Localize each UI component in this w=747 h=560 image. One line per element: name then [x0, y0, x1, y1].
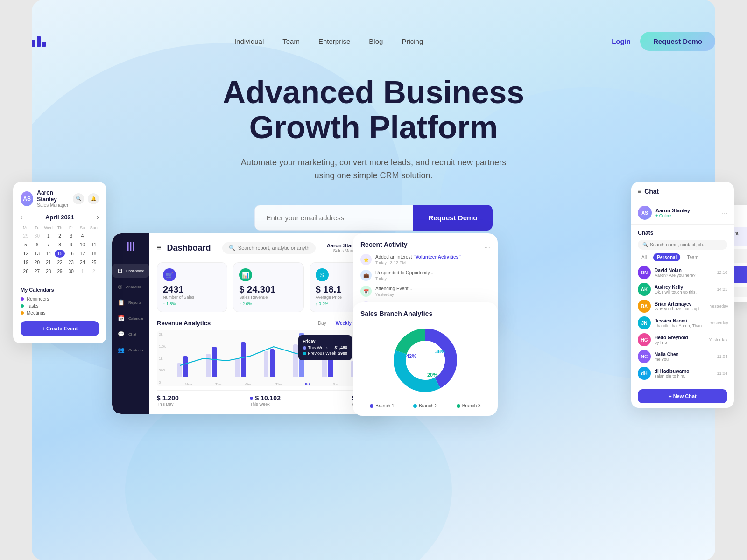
cal-day-1[interactable]: 1	[43, 232, 54, 240]
filter-team[interactable]: Team	[683, 253, 702, 261]
chart-title: Revenue Analytics	[157, 320, 211, 327]
email-input[interactable]	[254, 205, 413, 231]
create-event-button[interactable]: + Create Event	[21, 321, 99, 336]
cal-label-tu: Tu	[32, 224, 42, 231]
bottom-stat-day: $ 1.200 This Day	[157, 394, 179, 406]
sidebar-item-analytics[interactable]: ◎ Analytics	[112, 280, 149, 294]
activity-more-icon[interactable]: ···	[484, 243, 490, 252]
cal-day-13[interactable]: 13	[32, 250, 42, 258]
chart-tab-weekly[interactable]: Weekly	[333, 320, 354, 327]
cal-day-16[interactable]: 16	[66, 250, 76, 258]
cal-day-10[interactable]: 10	[77, 241, 87, 249]
chat-item-nalia[interactable]: NC Nalia Chen me You 11:04	[638, 350, 727, 363]
nav-individual[interactable]: Individual	[234, 37, 264, 45]
cal-day-27[interactable]: 27	[32, 267, 42, 275]
cal-day-4[interactable]: 4	[77, 232, 87, 240]
search-input[interactable]	[238, 245, 309, 251]
chat-user-info: Aaron Stanley + Online	[655, 208, 690, 218]
sidebar-item-chat[interactable]: 💬 Chat	[112, 327, 149, 341]
sidebar-item-reports[interactable]: 📋 Reports	[112, 295, 149, 309]
chat-msg-david: Aaron? Are you here?	[655, 273, 706, 278]
cal-day-30p[interactable]: 30	[32, 232, 42, 240]
calendar-user-info: Aaron Stanley Sales Manager	[37, 189, 69, 208]
cal-day-26[interactable]: 26	[21, 267, 31, 275]
nav-blog[interactable]: Blog	[369, 37, 383, 45]
cal-day-14[interactable]: 14	[43, 250, 54, 258]
chat-name-di: di Hadisuwarno	[655, 369, 713, 374]
sidebar-item-calendar[interactable]: 📅 Calendar	[112, 311, 149, 325]
chart-tab-day[interactable]: Day	[315, 320, 329, 327]
dashboard-stats: 🛒 2431 Number of Sales ↑ 1.8% 📊 $ 24.301…	[157, 262, 380, 312]
cal-day-24[interactable]: 24	[77, 259, 87, 266]
cal-day-9[interactable]: 9	[66, 241, 76, 249]
login-button[interactable]: Login	[612, 37, 631, 45]
chat-search[interactable]: 🔍	[638, 240, 727, 250]
branch-3-legend: Branch 3	[457, 403, 481, 408]
sidebar-dashboard-label: Dashboard	[126, 269, 144, 273]
chat-item-di[interactable]: dH di Hadisuwarno salan ple to him. 11:0…	[638, 367, 727, 380]
cal-day-23[interactable]: 23	[66, 259, 76, 266]
chat-item-hedo[interactable]: HG Hedo Greyhold oy fine Yesterday	[638, 333, 727, 346]
filter-personal[interactable]: Personal	[653, 253, 680, 261]
request-demo-button[interactable]: Request Demo	[640, 32, 715, 51]
cal-day-11[interactable]: 11	[89, 241, 99, 249]
sidebar-item-dashboard[interactable]: ⊞ Dashboard	[112, 264, 149, 278]
cal-day-1n[interactable]: 1	[77, 267, 87, 275]
cal-day-7[interactable]: 7	[43, 241, 54, 249]
calendar-prev-button[interactable]: ‹	[21, 213, 23, 221]
cal-day-2n[interactable]: 2	[89, 267, 99, 275]
cal-day-21[interactable]: 21	[43, 259, 54, 266]
cal-day-8[interactable]: 8	[55, 241, 65, 249]
cal-day-20[interactable]: 20	[32, 259, 42, 266]
cal-day-29p[interactable]: 29	[21, 232, 31, 240]
cal-day-22[interactable]: 22	[55, 259, 65, 266]
cal-day-18[interactable]: 18	[89, 250, 99, 258]
cal-day-empty	[89, 232, 99, 240]
chat-search-input[interactable]	[650, 242, 723, 247]
cal-day-17[interactable]: 17	[77, 250, 87, 258]
cal-day-19[interactable]: 19	[21, 259, 31, 266]
cal-day-5[interactable]: 5	[21, 241, 31, 249]
bar-mon	[177, 356, 202, 377]
cal-day-30[interactable]: 30	[66, 267, 76, 275]
page-title: Dashboard	[167, 243, 211, 253]
revenue-label: Sales Revenue	[239, 295, 297, 300]
nav-team[interactable]: Team	[282, 37, 300, 45]
cal-label-th: Th	[55, 224, 65, 231]
dashboard-search[interactable]: 🔍	[222, 242, 316, 254]
calendar-next-button[interactable]: ›	[97, 213, 99, 221]
cal-day-29[interactable]: 29	[55, 267, 65, 275]
chat-item-david[interactable]: DN David Nolan Aaron? Are you here? 12:1…	[638, 266, 727, 279]
filter-all[interactable]: All	[638, 253, 650, 261]
hero-title: Advanced Business Growth Platform	[0, 75, 747, 145]
hero-cta-button[interactable]: Request Demo	[413, 205, 492, 231]
cal-day-6[interactable]: 6	[32, 241, 42, 249]
chat-title: Chat	[644, 188, 659, 195]
activity-time-2: Yesterday	[375, 292, 412, 297]
chat-menu-icon[interactable]: ≡	[638, 188, 641, 195]
nav-enterprise[interactable]: Enterprise	[318, 37, 350, 45]
chat-item-audrey[interactable]: AK Audrey Kelly Ok, I will touch up this…	[638, 283, 727, 296]
nav-links: Individual Team Enterprise Blog Pricing	[234, 37, 423, 45]
chat-user-section: AS Aaron Stanley + Online ···	[631, 201, 734, 225]
cal-day-2[interactable]: 2	[55, 232, 65, 240]
calendar-icons: 🔍 🔔	[73, 193, 99, 204]
nav-pricing[interactable]: Pricing	[402, 37, 423, 45]
chat-item-brian[interactable]: BA Brian Artemayev Why you have that stu…	[638, 300, 727, 313]
menu-icon[interactable]: ≡	[157, 244, 161, 252]
sidebar-item-contacts[interactable]: 👥 Contacts	[112, 343, 149, 357]
calendar-search-icon[interactable]: 🔍	[73, 193, 84, 204]
cal-day-12[interactable]: 12	[21, 250, 31, 258]
cal-day-3[interactable]: 3	[66, 232, 76, 240]
cal-day-15-today[interactable]: 15	[55, 250, 65, 258]
cal-day-25[interactable]: 25	[89, 259, 99, 266]
new-chat-button[interactable]: + New Chat	[638, 389, 727, 403]
sales-label: Number of Sales	[163, 295, 221, 300]
chat-item-jessica[interactable]: JN Jessica Naomi I handle that Aaron, Th…	[638, 316, 727, 329]
revenue-chart-section: Revenue Analytics Day Weekly Monthly 2k …	[157, 320, 380, 406]
chat-more-icon[interactable]: ···	[722, 209, 727, 217]
bottom-day-label: This Day	[157, 402, 179, 406]
calendar-bell-icon[interactable]: 🔔	[88, 193, 99, 204]
reports-icon: 📋	[118, 299, 125, 306]
cal-day-28[interactable]: 28	[43, 267, 54, 275]
